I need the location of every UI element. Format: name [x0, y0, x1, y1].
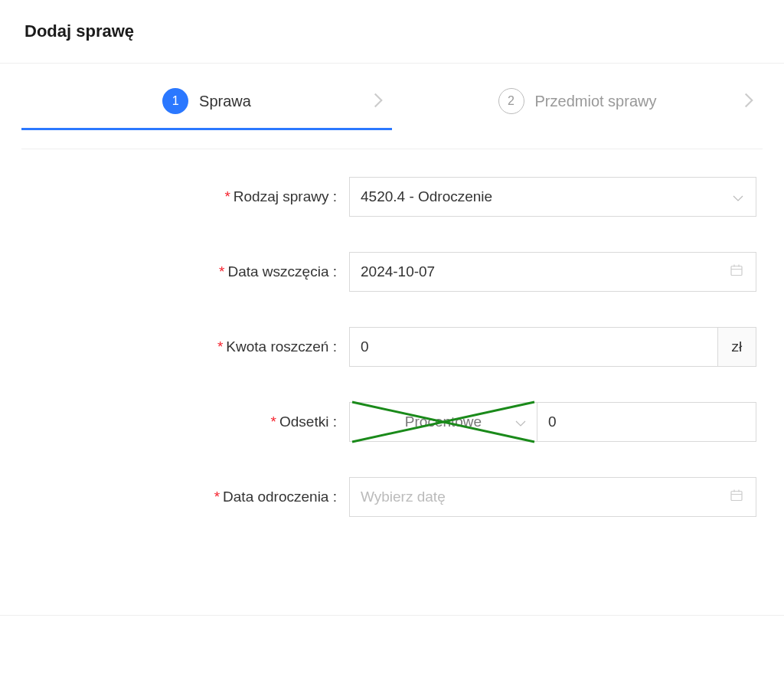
required-marker: *: [224, 188, 230, 204]
row-data-odroczenia: *Data odroczenia : Wybierz datę: [28, 477, 756, 517]
label-text: Rodzaj sprawy :: [234, 188, 337, 204]
content-area: 1 Sprawa 2 Przedmiot sprawy *Rodzaj spra…: [0, 64, 784, 598]
footer-divider: [0, 615, 784, 616]
required-marker: *: [219, 263, 224, 280]
select-value: Procentowe: [361, 414, 526, 430]
step-label-przedmiot: Przedmiot sprawy: [535, 93, 657, 110]
select-value: 4520.4 - Odroczenie: [361, 188, 492, 205]
currency-suffix: zł: [718, 327, 756, 367]
row-kwota-roszczen: *Kwota roszczeń : 0 zł: [28, 327, 756, 367]
date-placeholder: Wybierz datę: [361, 489, 446, 505]
input-data-odroczenia[interactable]: Wybierz datę: [349, 477, 756, 517]
input-value: 0: [361, 338, 369, 355]
label-text: Data odroczenia :: [223, 489, 337, 505]
step-label-sprawa: Sprawa: [199, 93, 251, 110]
label-text: Data wszczęcia :: [227, 263, 337, 280]
required-marker: *: [271, 414, 276, 430]
date-value: 2024-10-07: [361, 263, 435, 280]
label-text: Kwota roszczeń :: [226, 338, 337, 355]
chevron-right-icon: [374, 93, 383, 111]
chevron-down-icon: [733, 188, 743, 205]
divider: [21, 149, 763, 149]
input-odsetki-amount[interactable]: 0: [537, 402, 756, 442]
svg-rect-6: [731, 492, 742, 501]
required-marker: *: [217, 338, 223, 355]
calendar-icon: [730, 489, 743, 506]
chevron-down-icon: [515, 414, 526, 430]
required-marker: *: [214, 489, 220, 505]
label-data-odroczenia: *Data odroczenia :: [28, 489, 349, 505]
label-rodzaj-sprawy: *Rodzaj sprawy :: [28, 188, 349, 205]
svg-rect-0: [731, 266, 742, 276]
input-data-wszczecia[interactable]: 2024-10-07: [349, 252, 756, 292]
label-text: Odsetki :: [279, 414, 337, 430]
row-odsetki: *Odsetki : Procentowe 0: [28, 402, 756, 442]
row-data-wszczecia: *Data wszczęcia : 2024-10-07: [28, 252, 756, 292]
step-badge-2: 2: [498, 88, 524, 114]
calendar-icon: [730, 263, 743, 281]
step-badge-1: 1: [162, 88, 188, 114]
page-title: Dodaj sprawę: [0, 0, 784, 64]
chevron-right-icon: [744, 93, 753, 111]
label-kwota-roszczen: *Kwota roszczeń :: [28, 338, 349, 355]
row-rodzaj-sprawy: *Rodzaj sprawy : 4520.4 - Odroczenie: [28, 177, 756, 217]
input-kwota-roszczen[interactable]: 0: [349, 327, 718, 367]
label-data-wszczecia: *Data wszczęcia :: [28, 263, 349, 280]
select-rodzaj-sprawy[interactable]: 4520.4 - Odroczenie: [349, 177, 756, 217]
select-odsetki-type[interactable]: Procentowe: [349, 402, 537, 442]
input-value: 0: [548, 414, 557, 430]
case-form: *Rodzaj sprawy : 4520.4 - Odroczenie *Da…: [21, 177, 763, 598]
step-przedmiot-sprawy[interactable]: 2 Przedmiot sprawy: [392, 88, 763, 130]
stepper: 1 Sprawa 2 Przedmiot sprawy: [21, 64, 763, 130]
label-odsetki: *Odsetki :: [28, 414, 349, 430]
step-sprawa[interactable]: 1 Sprawa: [21, 88, 392, 130]
